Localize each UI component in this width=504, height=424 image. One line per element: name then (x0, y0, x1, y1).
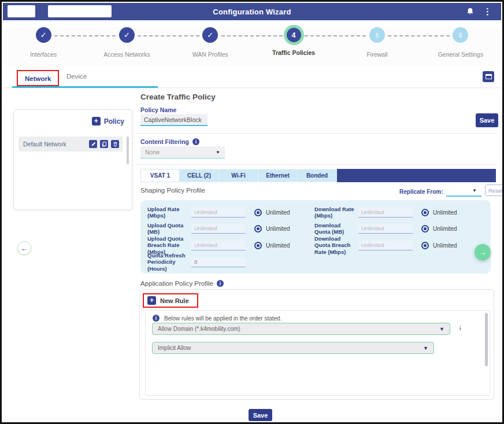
step-check-icon[interactable]: ✓ (202, 27, 218, 43)
logo-placeholder (48, 5, 112, 17)
download-breach-unlimited-radio[interactable] (421, 242, 429, 249)
logo-placeholder (8, 5, 35, 17)
upload-quota-input[interactable] (191, 224, 246, 234)
download-rate-row: Download Rate (Mbps) Unlimited (314, 204, 488, 220)
page-title: Create Traffic Policy (140, 93, 216, 101)
upload-breach-row: Upload Quota Breach Rate (Mbps) Unlimite… (147, 237, 313, 254)
upload-breach-rate-input[interactable] (191, 241, 246, 250)
download-breach-rate-input[interactable] (358, 241, 413, 250)
caret-down-icon: ▼ (423, 345, 433, 351)
add-policy-button[interactable]: + Policy (92, 117, 124, 126)
content-filtering-row: Content Filtering i (140, 138, 199, 145)
caret-down-icon: ▼ (472, 188, 481, 193)
bell-icon[interactable] (466, 7, 475, 16)
application-policy-panel: + New Rule i Below rules will be applied… (139, 289, 494, 400)
policy-list-item[interactable]: Default Network (18, 137, 123, 152)
scrollbar[interactable] (485, 313, 488, 366)
scrollbar[interactable] (127, 137, 129, 164)
download-quota-input[interactable] (358, 224, 413, 234)
quota-refresh-input[interactable] (191, 257, 246, 267)
step-check-icon[interactable]: ✓ (36, 27, 51, 43)
plus-icon: + (92, 117, 101, 126)
tab-bonded[interactable]: Bonded (298, 169, 337, 182)
upload-rate-row: Upload Rate (Mbps) Unlimited (147, 204, 313, 220)
save-button-bottom[interactable]: Save (249, 409, 272, 421)
rules-info-row: i Below rules will be applied in the ord… (153, 315, 281, 322)
rule-dropdown-implicit-allow[interactable]: Implicit Allow ▼ (152, 342, 434, 354)
tab-bar-filler (337, 169, 496, 182)
top-bar: Configuration Wizard ⋮ (3, 3, 501, 20)
wizard-stepper: ✓ Interfaces ✓ Access Networks ✓ WAN Pro… (2, 27, 502, 65)
replicate-from-dropdown[interactable]: ▼ (446, 185, 481, 197)
step-general-settings: 6 General Settings (419, 27, 502, 65)
step-access-networks: ✓ Access Networks (85, 27, 168, 65)
arrow-right-icon: → (479, 248, 487, 257)
divider (136, 164, 496, 165)
rule-dropdown-allow-domain[interactable]: Allow Domain (*.k4mobility.com) ▼ (152, 323, 450, 335)
tab-cell[interactable]: CELL (2) (180, 169, 219, 182)
active-tab-indicator (12, 86, 158, 88)
delete-icon[interactable] (111, 140, 119, 148)
step-wan-profiles: ✓ WAN Profiles (169, 27, 252, 65)
back-button[interactable]: ← (17, 241, 31, 255)
plus-icon: + (147, 296, 156, 305)
next-button[interactable]: → (475, 244, 491, 260)
copy-icon[interactable] (100, 140, 108, 148)
step-check-icon[interactable]: ✓ (119, 27, 135, 43)
caret-down-icon: ▼ (216, 150, 225, 155)
reorder-icon[interactable]: ↓ (458, 323, 462, 331)
rules-info-text: Below rules will be applied in the order… (164, 315, 281, 322)
tab-ethernet[interactable]: Ethernet (258, 169, 298, 182)
step-traffic-policies: 4 Traffic Policies (252, 27, 335, 65)
tab-device[interactable]: Device (66, 73, 87, 80)
info-icon: i (153, 315, 160, 322)
save-button[interactable]: Save (476, 113, 498, 127)
view-tabs-bar: Network Device (3, 67, 501, 88)
reset-button[interactable]: Reset (485, 185, 504, 196)
arrow-left-icon: ← (21, 244, 28, 253)
caret-down-icon: ▼ (439, 326, 450, 332)
upload-quota-unlimited-radio[interactable] (254, 225, 262, 233)
tab-vsat-1[interactable]: VSAT 1 (140, 169, 180, 182)
replicate-from-label: Replicate From: (399, 189, 443, 195)
application-policy-header: Application Policy Profile i (140, 280, 224, 287)
download-breach-row: Download Quota Breach Rate (Mbps) Unlimi… (314, 237, 488, 254)
upload-rate-unlimited-radio[interactable] (254, 209, 262, 216)
edit-icon[interactable] (89, 140, 97, 148)
policy-list-panel: + Policy Default Network (13, 109, 132, 210)
content-filtering-label: Content Filtering (140, 138, 189, 145)
tab-wifi[interactable]: Wi-Fi (219, 169, 258, 182)
upload-rate-input[interactable] (191, 208, 246, 217)
upload-breach-unlimited-radio[interactable] (254, 242, 262, 249)
new-rule-button[interactable]: + New Rule (143, 293, 198, 308)
window-icon[interactable] (483, 71, 494, 82)
policy-name-label: Policy Name (140, 106, 176, 113)
info-icon[interactable]: i (217, 280, 224, 287)
shaping-policy-title: Shaping Policy Profile (140, 187, 205, 194)
application-policy-title: Application Policy Profile (140, 280, 213, 287)
info-icon[interactable]: i (192, 138, 199, 145)
quota-refresh-row: Quota Refresh Periodicity (Hours) (147, 254, 313, 270)
step-number[interactable]: 6 (453, 27, 468, 43)
kebab-menu-icon[interactable]: ⋮ (483, 6, 492, 17)
tab-network[interactable]: Network (25, 75, 51, 82)
step-interfaces: ✓ Interfaces (2, 27, 85, 65)
rules-list-panel: i Below rules will be applied in the ord… (145, 310, 490, 396)
shaping-profile-panel: Upload Rate (Mbps) Unlimited Upload Quot… (140, 200, 491, 274)
step-firewall: 5 Firewall (335, 27, 418, 65)
annotation-box-network: Network (17, 70, 59, 86)
policy-name-input[interactable] (140, 114, 207, 126)
download-rate-unlimited-radio[interactable] (421, 209, 429, 216)
download-quota-row: Download Quota (MB) Unlimited (314, 220, 488, 237)
download-quota-unlimited-radio[interactable] (421, 225, 429, 233)
download-rate-input[interactable] (358, 208, 413, 217)
step-number[interactable]: 4 (287, 28, 301, 42)
interface-tab-bar: VSAT 1 CELL (2) Wi-Fi Ethernet Bonded (140, 169, 496, 182)
step-number[interactable]: 5 (369, 27, 385, 43)
divider (136, 133, 496, 134)
content-filtering-dropdown[interactable]: None ▼ (140, 146, 225, 158)
upload-quota-row: Upload Quota (MB) Unlimited (147, 220, 313, 237)
